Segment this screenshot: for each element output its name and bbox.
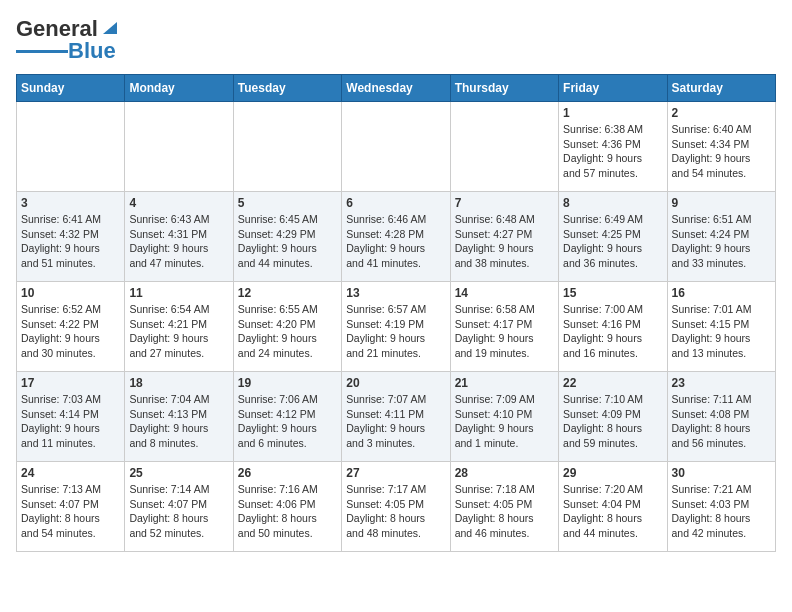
day-number: 3 — [21, 196, 120, 210]
day-info: Sunrise: 7:21 AM Sunset: 4:03 PM Dayligh… — [672, 482, 771, 541]
calendar-cell: 19Sunrise: 7:06 AM Sunset: 4:12 PM Dayli… — [233, 372, 341, 462]
calendar-cell: 3Sunrise: 6:41 AM Sunset: 4:32 PM Daylig… — [17, 192, 125, 282]
logo-triangle-icon — [99, 18, 117, 36]
calendar-cell: 24Sunrise: 7:13 AM Sunset: 4:07 PM Dayli… — [17, 462, 125, 552]
day-number: 18 — [129, 376, 228, 390]
day-number: 30 — [672, 466, 771, 480]
calendar-cell: 27Sunrise: 7:17 AM Sunset: 4:05 PM Dayli… — [342, 462, 450, 552]
day-info: Sunrise: 7:13 AM Sunset: 4:07 PM Dayligh… — [21, 482, 120, 541]
day-number: 14 — [455, 286, 554, 300]
day-info: Sunrise: 6:58 AM Sunset: 4:17 PM Dayligh… — [455, 302, 554, 361]
svg-marker-0 — [103, 22, 117, 34]
day-info: Sunrise: 7:11 AM Sunset: 4:08 PM Dayligh… — [672, 392, 771, 451]
day-info: Sunrise: 7:18 AM Sunset: 4:05 PM Dayligh… — [455, 482, 554, 541]
day-info: Sunrise: 7:03 AM Sunset: 4:14 PM Dayligh… — [21, 392, 120, 451]
day-info: Sunrise: 7:16 AM Sunset: 4:06 PM Dayligh… — [238, 482, 337, 541]
calendar-cell: 15Sunrise: 7:00 AM Sunset: 4:16 PM Dayli… — [559, 282, 667, 372]
day-number: 5 — [238, 196, 337, 210]
calendar-week-0: 1Sunrise: 6:38 AM Sunset: 4:36 PM Daylig… — [17, 102, 776, 192]
day-number: 7 — [455, 196, 554, 210]
day-info: Sunrise: 7:07 AM Sunset: 4:11 PM Dayligh… — [346, 392, 445, 451]
day-info: Sunrise: 7:14 AM Sunset: 4:07 PM Dayligh… — [129, 482, 228, 541]
header-row: SundayMondayTuesdayWednesdayThursdayFrid… — [17, 75, 776, 102]
day-number: 23 — [672, 376, 771, 390]
header-tuesday: Tuesday — [233, 75, 341, 102]
calendar-cell — [125, 102, 233, 192]
day-info: Sunrise: 6:40 AM Sunset: 4:34 PM Dayligh… — [672, 122, 771, 181]
day-number: 2 — [672, 106, 771, 120]
day-number: 6 — [346, 196, 445, 210]
calendar-cell: 14Sunrise: 6:58 AM Sunset: 4:17 PM Dayli… — [450, 282, 558, 372]
header-sunday: Sunday — [17, 75, 125, 102]
day-info: Sunrise: 6:49 AM Sunset: 4:25 PM Dayligh… — [563, 212, 662, 271]
calendar-cell: 25Sunrise: 7:14 AM Sunset: 4:07 PM Dayli… — [125, 462, 233, 552]
calendar-cell: 26Sunrise: 7:16 AM Sunset: 4:06 PM Dayli… — [233, 462, 341, 552]
calendar-table: SundayMondayTuesdayWednesdayThursdayFrid… — [16, 74, 776, 552]
calendar-cell: 11Sunrise: 6:54 AM Sunset: 4:21 PM Dayli… — [125, 282, 233, 372]
calendar-cell — [450, 102, 558, 192]
day-info: Sunrise: 6:54 AM Sunset: 4:21 PM Dayligh… — [129, 302, 228, 361]
day-number: 16 — [672, 286, 771, 300]
day-number: 17 — [21, 376, 120, 390]
header-friday: Friday — [559, 75, 667, 102]
day-number: 27 — [346, 466, 445, 480]
day-number: 19 — [238, 376, 337, 390]
calendar-cell: 21Sunrise: 7:09 AM Sunset: 4:10 PM Dayli… — [450, 372, 558, 462]
calendar-cell: 7Sunrise: 6:48 AM Sunset: 4:27 PM Daylig… — [450, 192, 558, 282]
day-number: 25 — [129, 466, 228, 480]
calendar-cell: 2Sunrise: 6:40 AM Sunset: 4:34 PM Daylig… — [667, 102, 775, 192]
calendar-cell: 23Sunrise: 7:11 AM Sunset: 4:08 PM Dayli… — [667, 372, 775, 462]
day-info: Sunrise: 7:04 AM Sunset: 4:13 PM Dayligh… — [129, 392, 228, 451]
header-monday: Monday — [125, 75, 233, 102]
day-number: 15 — [563, 286, 662, 300]
day-info: Sunrise: 6:41 AM Sunset: 4:32 PM Dayligh… — [21, 212, 120, 271]
day-info: Sunrise: 7:09 AM Sunset: 4:10 PM Dayligh… — [455, 392, 554, 451]
day-number: 22 — [563, 376, 662, 390]
logo: General Blue — [16, 16, 117, 64]
day-info: Sunrise: 7:01 AM Sunset: 4:15 PM Dayligh… — [672, 302, 771, 361]
calendar-week-3: 17Sunrise: 7:03 AM Sunset: 4:14 PM Dayli… — [17, 372, 776, 462]
day-info: Sunrise: 6:48 AM Sunset: 4:27 PM Dayligh… — [455, 212, 554, 271]
day-number: 21 — [455, 376, 554, 390]
day-info: Sunrise: 6:45 AM Sunset: 4:29 PM Dayligh… — [238, 212, 337, 271]
day-number: 29 — [563, 466, 662, 480]
calendar-cell: 10Sunrise: 6:52 AM Sunset: 4:22 PM Dayli… — [17, 282, 125, 372]
calendar-cell: 29Sunrise: 7:20 AM Sunset: 4:04 PM Dayli… — [559, 462, 667, 552]
day-number: 20 — [346, 376, 445, 390]
day-number: 8 — [563, 196, 662, 210]
page-header: General Blue — [16, 16, 776, 64]
day-info: Sunrise: 7:00 AM Sunset: 4:16 PM Dayligh… — [563, 302, 662, 361]
logo-blue: Blue — [68, 38, 116, 64]
day-number: 24 — [21, 466, 120, 480]
calendar-cell: 12Sunrise: 6:55 AM Sunset: 4:20 PM Dayli… — [233, 282, 341, 372]
day-number: 4 — [129, 196, 228, 210]
day-info: Sunrise: 6:57 AM Sunset: 4:19 PM Dayligh… — [346, 302, 445, 361]
day-info: Sunrise: 7:17 AM Sunset: 4:05 PM Dayligh… — [346, 482, 445, 541]
calendar-cell: 6Sunrise: 6:46 AM Sunset: 4:28 PM Daylig… — [342, 192, 450, 282]
calendar-week-2: 10Sunrise: 6:52 AM Sunset: 4:22 PM Dayli… — [17, 282, 776, 372]
day-info: Sunrise: 7:20 AM Sunset: 4:04 PM Dayligh… — [563, 482, 662, 541]
day-number: 1 — [563, 106, 662, 120]
day-info: Sunrise: 7:10 AM Sunset: 4:09 PM Dayligh… — [563, 392, 662, 451]
header-wednesday: Wednesday — [342, 75, 450, 102]
calendar-cell — [233, 102, 341, 192]
day-number: 28 — [455, 466, 554, 480]
day-info: Sunrise: 6:55 AM Sunset: 4:20 PM Dayligh… — [238, 302, 337, 361]
header-saturday: Saturday — [667, 75, 775, 102]
calendar-cell: 20Sunrise: 7:07 AM Sunset: 4:11 PM Dayli… — [342, 372, 450, 462]
calendar-cell — [17, 102, 125, 192]
day-info: Sunrise: 6:38 AM Sunset: 4:36 PM Dayligh… — [563, 122, 662, 181]
calendar-cell: 9Sunrise: 6:51 AM Sunset: 4:24 PM Daylig… — [667, 192, 775, 282]
day-info: Sunrise: 6:43 AM Sunset: 4:31 PM Dayligh… — [129, 212, 228, 271]
calendar-header: SundayMondayTuesdayWednesdayThursdayFrid… — [17, 75, 776, 102]
header-thursday: Thursday — [450, 75, 558, 102]
day-number: 9 — [672, 196, 771, 210]
day-info: Sunrise: 6:51 AM Sunset: 4:24 PM Dayligh… — [672, 212, 771, 271]
day-number: 13 — [346, 286, 445, 300]
calendar-cell: 17Sunrise: 7:03 AM Sunset: 4:14 PM Dayli… — [17, 372, 125, 462]
calendar-cell: 28Sunrise: 7:18 AM Sunset: 4:05 PM Dayli… — [450, 462, 558, 552]
logo-underline — [16, 50, 68, 53]
day-number: 26 — [238, 466, 337, 480]
day-number: 12 — [238, 286, 337, 300]
calendar-cell — [342, 102, 450, 192]
